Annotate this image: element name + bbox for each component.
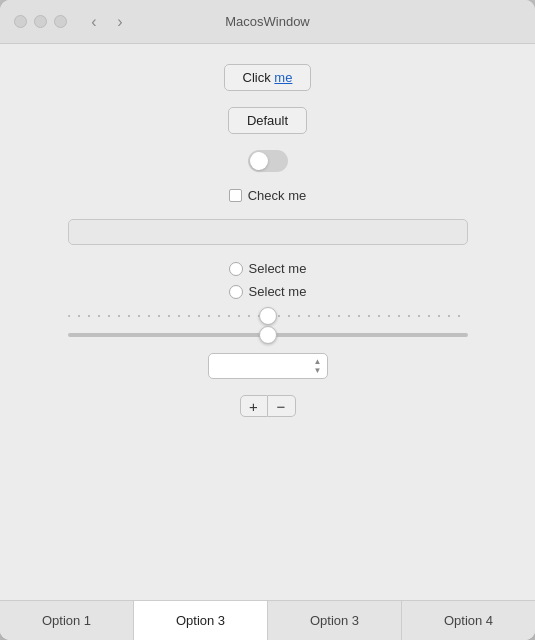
- checkbox-row: Check me: [229, 188, 307, 203]
- stepper: + −: [240, 395, 296, 417]
- radio-button-2[interactable]: [229, 285, 243, 299]
- radio-label-1: Select me: [249, 261, 307, 276]
- toggle-container: [248, 150, 288, 172]
- radio-label-2: Select me: [249, 284, 307, 299]
- radio-group: Select me Select me: [229, 261, 307, 299]
- content-area: Click me Default Check me Select me Sele: [0, 44, 535, 600]
- toggle-switch[interactable]: [248, 150, 288, 172]
- default-button[interactable]: Default: [228, 107, 307, 134]
- click-me-button[interactable]: Click me: [224, 64, 312, 91]
- traffic-lights: [14, 15, 67, 28]
- titlebar: ‹ › MacosWindow: [0, 0, 535, 44]
- smooth-slider-container: [68, 333, 468, 337]
- dropdown-select[interactable]: Option A Option B: [208, 353, 328, 379]
- dotted-slider-container: [68, 315, 468, 317]
- tab-option3-active[interactable]: Option 3: [134, 601, 268, 640]
- back-button[interactable]: ‹: [83, 11, 105, 33]
- stepper-plus-button[interactable]: +: [240, 395, 268, 417]
- tab-option3[interactable]: Option 3: [268, 601, 402, 640]
- radio-row-2[interactable]: Select me: [229, 284, 307, 299]
- dotted-slider[interactable]: [68, 315, 468, 317]
- close-button[interactable]: [14, 15, 27, 28]
- forward-button[interactable]: ›: [109, 11, 131, 33]
- macos-window: ‹ › MacosWindow Click me Default Check m…: [0, 0, 535, 640]
- tabbar: Option 1 Option 3 Option 3 Option 4: [0, 600, 535, 640]
- button-highlight: me: [274, 70, 292, 85]
- stepper-minus-button[interactable]: −: [268, 395, 296, 417]
- radio-button-1[interactable]: [229, 262, 243, 276]
- checkbox-label: Check me: [248, 188, 307, 203]
- nav-buttons: ‹ ›: [83, 11, 131, 33]
- tab-option1[interactable]: Option 1: [0, 601, 134, 640]
- window-title: MacosWindow: [225, 14, 310, 29]
- dropdown-container: Option A Option B ▲ ▼: [208, 353, 328, 379]
- text-input[interactable]: [68, 219, 468, 245]
- smooth-slider[interactable]: [68, 333, 468, 337]
- radio-row-1[interactable]: Select me: [229, 261, 307, 276]
- minimize-button[interactable]: [34, 15, 47, 28]
- toggle-thumb: [250, 152, 268, 170]
- tab-option4[interactable]: Option 4: [402, 601, 535, 640]
- checkbox[interactable]: [229, 189, 242, 202]
- maximize-button[interactable]: [54, 15, 67, 28]
